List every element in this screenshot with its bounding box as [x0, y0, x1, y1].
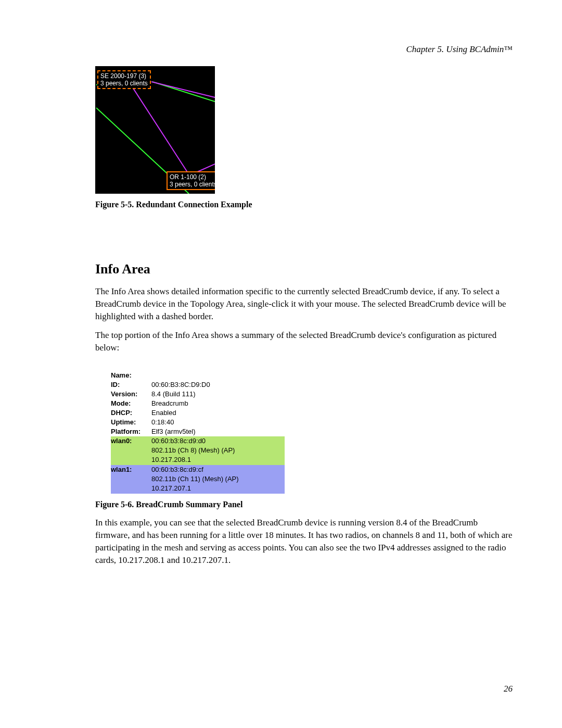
wlan-line: 802.11b (Ch 8) (Mesh) (AP) [151, 446, 285, 455]
panel-value: Breadcrumb [151, 399, 285, 408]
section-heading-info-area: Info Area [95, 261, 513, 277]
topology-node-or1100: OR 1-100 (2) 3 peers, 0 clients [167, 171, 215, 190]
node-label-line2: 3 peers, 0 clients [100, 80, 148, 87]
wlan-line: 10.217.207.1 [151, 484, 285, 493]
panel-row-uptime: Uptime: 0:18:40 [111, 418, 285, 427]
panel-label: wlan0: [111, 436, 151, 465]
panel-label: DHCP: [111, 408, 151, 418]
panel-value: 00:60:b3:8c:d9:d0 802.11b (Ch 8) (Mesh) … [151, 436, 285, 465]
panel-value [151, 371, 285, 380]
panel-label: Platform: [111, 427, 151, 436]
panel-row-platform: Platform: Elf3 (armv5tel) [111, 427, 285, 436]
wlan-line: 00:60:b3:8c:d9:d0 [151, 436, 285, 446]
panel-row-wlan1: wlan1: 00:60:b3:8c:d9:cf 802.11b (Ch 11)… [111, 465, 285, 494]
panel-value: 0:18:40 [151, 418, 285, 427]
panel-row-mode: Mode: Breadcrumb [111, 399, 285, 408]
panel-label: Name: [111, 371, 151, 380]
svg-line-4 [151, 82, 215, 97]
wlan-line: 00:60:b3:8c:d9:cf [151, 465, 285, 474]
panel-value: 8.4 (Build 111) [151, 390, 285, 399]
panel-value: 00:60:b3:8c:d9:cf 802.11b (Ch 11) (Mesh)… [151, 465, 285, 494]
breadcrumb-summary-panel: Name: ID: 00:60:B3:8C:D9:D0 Version: 8.4… [111, 371, 285, 494]
wlan-line: 10.217.208.1 [151, 455, 285, 465]
panel-row-wlan0: wlan0: 00:60:b3:8c:d9:d0 802.11b (Ch 8) … [111, 436, 285, 465]
paragraph: The top portion of the Info Area shows a… [95, 329, 513, 354]
node-label-line1: SE 2000-197 (3) [100, 72, 148, 80]
topology-node-se2000: SE 2000-197 (3) 3 peers, 0 clients [97, 70, 151, 89]
figure-5-5-topology: SE 2000-197 (3) 3 peers, 0 clients OR 1-… [95, 66, 215, 194]
page-number: 26 [504, 684, 513, 694]
svg-line-3 [132, 86, 189, 174]
paragraph: In this example, you can see that the se… [95, 517, 513, 567]
paragraph: The Info Area shows detailed information… [95, 285, 513, 323]
panel-label: Uptime: [111, 418, 151, 427]
figure-5-5-caption: Figure 5-5. Redundant Connection Example [95, 200, 513, 209]
wlan-line: 802.11b (Ch 11) (Mesh) (AP) [151, 474, 285, 484]
panel-value: 00:60:B3:8C:D9:D0 [151, 380, 285, 390]
figure-5-6-caption: Figure 5-6. BreadCrumb Summary Panel [95, 500, 513, 509]
panel-value: Enabled [151, 408, 285, 418]
panel-label: Version: [111, 390, 151, 399]
node-label-line2: 3 peers, 0 clients [170, 181, 215, 188]
panel-row-dhcp: DHCP: Enabled [111, 408, 285, 418]
panel-row-name: Name: [111, 371, 285, 380]
panel-row-version: Version: 8.4 (Build 111) [111, 390, 285, 399]
panel-row-id: ID: 00:60:B3:8C:D9:D0 [111, 380, 285, 390]
panel-label: ID: [111, 380, 151, 390]
running-head: Chapter 5. Using BCAdmin™ [95, 44, 513, 55]
node-label-line1: OR 1-100 (2) [170, 173, 215, 181]
panel-value: Elf3 (armv5tel) [151, 427, 285, 436]
panel-label: wlan1: [111, 465, 151, 494]
panel-label: Mode: [111, 399, 151, 408]
